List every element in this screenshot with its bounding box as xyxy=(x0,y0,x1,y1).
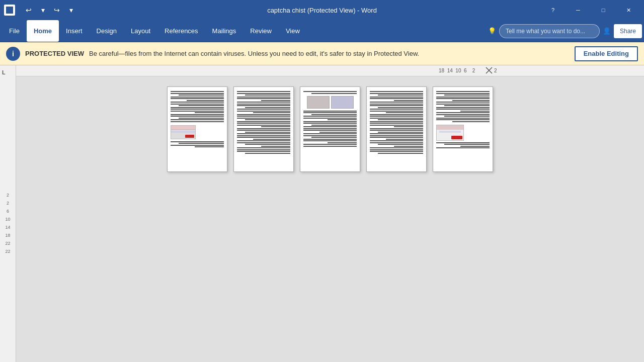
ruler-top-right: 2 xyxy=(494,68,497,73)
page-5 xyxy=(433,86,493,172)
left-ruler: L 2 2 6 10 14 18 22 22 xyxy=(0,65,16,362)
undo-button[interactable]: ↩ xyxy=(22,4,35,17)
tab-layout[interactable]: Layout xyxy=(124,20,157,42)
page-2 xyxy=(233,86,294,172)
protected-view-icon: i xyxy=(6,47,20,61)
page-4-content xyxy=(367,87,426,158)
help-button[interactable]: ? xyxy=(541,3,565,17)
ruler-mark-10: 10 xyxy=(5,215,10,223)
account-icon: 👤 xyxy=(603,27,611,35)
ruler-mark-22b: 22 xyxy=(5,247,10,255)
ruler-mark-2b: 2 xyxy=(7,199,9,207)
customize-qat[interactable]: ▾ xyxy=(64,4,77,17)
page-1 xyxy=(167,86,227,172)
maximize-button[interactable]: □ xyxy=(592,3,615,17)
tab-view[interactable]: View xyxy=(279,20,307,42)
tab-file[interactable]: File xyxy=(2,20,27,42)
title-bar: ↩ ▾ ↪ ▾ captcha chist (Protected View) -… xyxy=(0,0,644,20)
lightbulb-icon: 💡 xyxy=(488,27,496,35)
ruler-top-marks: 18 14 10 6 2 xyxy=(439,68,476,73)
ribbon-right: 💡 👤 Share xyxy=(488,24,642,38)
document-area[interactable] xyxy=(16,76,644,362)
ruler-mark-18: 18 xyxy=(5,231,10,239)
protected-view-label: PROTECTED VIEW xyxy=(25,50,84,57)
word-icon xyxy=(4,5,15,16)
tab-review[interactable]: Review xyxy=(243,20,279,42)
close-button[interactable]: ✕ xyxy=(617,3,640,17)
window-controls: ? ─ □ ✕ xyxy=(541,3,640,17)
enable-editing-button[interactable]: Enable Editing xyxy=(575,46,638,61)
page-1-content xyxy=(168,87,227,152)
page-4 xyxy=(366,86,427,172)
page-3-content xyxy=(300,87,360,151)
tell-me-search[interactable] xyxy=(499,24,600,38)
undo-dropdown[interactable]: ▾ xyxy=(36,4,49,17)
protected-view-banner: i PROTECTED VIEW Be careful—files from t… xyxy=(0,42,644,65)
page-2-content xyxy=(234,87,293,158)
protected-view-message: Be careful—files from the Internet can c… xyxy=(89,50,570,57)
title-bar-left: ↩ ▾ ↪ ▾ xyxy=(4,4,77,17)
tab-design[interactable]: Design xyxy=(90,20,124,42)
ruler-corner[interactable]: L xyxy=(2,69,6,75)
ribbon: File Home Insert Design Layout Reference… xyxy=(0,20,644,42)
quick-access-toolbar: ↩ ▾ ↪ ▾ xyxy=(22,4,77,17)
window-title: captcha chist (Protected View) - Word xyxy=(267,7,377,14)
tab-references[interactable]: References xyxy=(157,20,205,42)
ruler-mark-22a: 22 xyxy=(5,239,10,247)
top-ruler: 18 14 10 6 2 2 xyxy=(16,65,644,76)
tab-mailings[interactable]: Mailings xyxy=(205,20,244,42)
tab-insert[interactable]: Insert xyxy=(59,20,90,42)
ruler-mark-6: 6 xyxy=(7,207,9,215)
page-3 xyxy=(300,86,360,172)
pages-row xyxy=(157,86,503,172)
content-area: 18 14 10 6 2 2 xyxy=(16,65,644,362)
redo-button[interactable]: ↪ xyxy=(50,4,63,17)
share-button[interactable]: Share xyxy=(614,24,642,38)
tab-home[interactable]: Home xyxy=(27,20,59,42)
page-5-content xyxy=(433,87,493,153)
main-area: L 2 2 6 10 14 18 22 22 18 14 10 6 2 2 xyxy=(0,65,644,362)
minimize-button[interactable]: ─ xyxy=(567,3,590,17)
ruler-mark-2a: 2 xyxy=(7,191,9,199)
ruler-cross-icon xyxy=(485,66,493,75)
ruler-mark-14: 14 xyxy=(5,223,10,231)
